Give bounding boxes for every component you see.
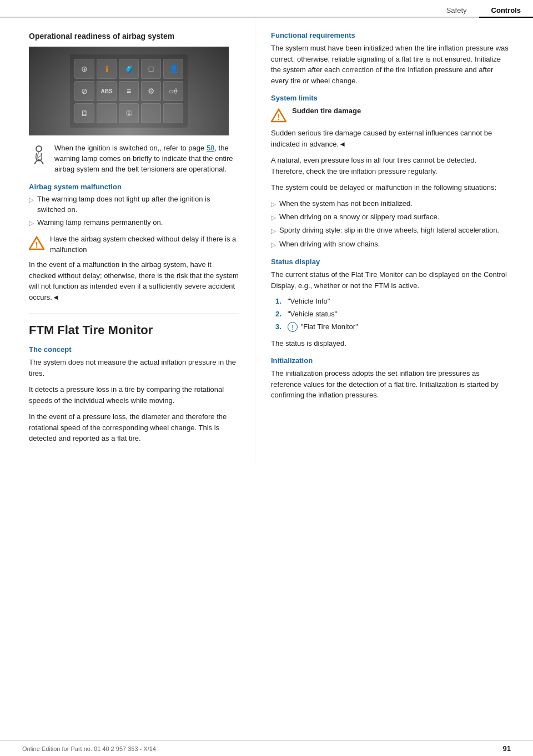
func-req-section: Functional requirements The system must …	[271, 31, 511, 86]
ftm-circle-icon: !	[288, 322, 298, 332]
svg-point-0	[36, 146, 42, 152]
initialization-section: Initialization The initialization proces…	[271, 356, 511, 401]
page-number: 91	[503, 744, 511, 753]
concept-p3: In the event of a pressure loss, the dia…	[29, 411, 239, 444]
dash-icon-1: ⊕	[74, 59, 94, 79]
dash-icon-12	[97, 103, 117, 123]
ignition-note: When the ignition is switched on,, refer…	[29, 143, 239, 175]
status-item-3: 3. ! "Flat Tire Monitor"	[275, 322, 511, 332]
dash-icon-8: ≡	[119, 81, 139, 101]
dash-icon-abs: ABS	[97, 81, 117, 101]
dash-icon-6: ⊘	[74, 81, 94, 101]
system-limits-bullets: ▷ When the system has not been initializ…	[271, 199, 511, 250]
bullet-arrow-2: ▷	[29, 219, 34, 228]
status-display-subtitle: Status display	[271, 258, 511, 266]
dashboard-inner: ⊕ ℹ 🧳 □ 👤 ⊘ ABS ≡ ⚙ ○# 🖥 ①	[29, 47, 229, 135]
malfunction-body: In the event of a malfunction in the air…	[29, 259, 239, 303]
dash-icons-grid: ⊕ ℹ 🧳 □ 👤 ⊘ ABS ≡ ⚙ ○# 🖥 ①	[70, 54, 188, 128]
operational-readiness-title: Operational readiness of airbag system	[29, 31, 239, 41]
status-display-section: Status display The current status of the…	[271, 258, 511, 349]
system-limits-subtitle: System limits	[271, 94, 511, 102]
concept-subtitle: The concept	[29, 345, 239, 354]
system-limits-body3: The system could be delayed or malfuncti…	[271, 182, 511, 193]
system-limits-warning-text: Sudden tire damage	[292, 107, 361, 115]
bullet-arrow-1: ▷	[29, 195, 34, 205]
sl-arrow-2: ▷	[271, 213, 276, 223]
func-req-subtitle: Functional requirements	[271, 31, 511, 39]
system-limits-bullet-2: ▷ When driving on a snowy or slippery ro…	[271, 212, 511, 223]
num-2: 2.	[275, 309, 284, 320]
status-display-body: The current status of the Flat Tire Moni…	[271, 269, 511, 291]
person-seatbelt-icon	[29, 144, 49, 164]
system-limits-section: System limits ! Sudden tire damage Sudde…	[271, 94, 511, 250]
num-1: 1.	[275, 296, 284, 307]
malfunction-bullet-2: ▷ Warning lamp remains permanently on.	[29, 218, 239, 228]
sl-arrow-3: ▷	[271, 226, 276, 236]
sl-arrow-4: ▷	[271, 240, 276, 250]
system-limits-body1: Sudden serious tire damage caused by ext…	[271, 128, 511, 149]
ignition-note-text: When the ignition is switched on,, refer…	[54, 143, 239, 175]
system-limits-bullet-1: ▷ When the system has not been initializ…	[271, 199, 511, 209]
system-limits-bullet-4: ▷ When driving with snow chains.	[271, 239, 511, 250]
header-tabs: Safety Controls	[0, 0, 533, 18]
ftm-section: FTM Flat Tire Monitor The concept The sy…	[29, 314, 239, 444]
dash-icon-2: ℹ	[97, 59, 117, 79]
dash-icon-13: ①	[119, 103, 139, 123]
dash-icon-15	[163, 103, 183, 123]
dash-icon-11: 🖥	[74, 103, 94, 123]
dash-icon-14	[141, 103, 161, 123]
page-58-link[interactable]: 58	[207, 144, 214, 152]
airbag-malfunction-subtitle: Airbag system malfunction	[29, 183, 239, 191]
ftm-title: FTM Flat Tire Monitor	[29, 314, 239, 337]
right-column: Functional requirements The system must …	[255, 18, 533, 463]
system-limits-warning-box: ! Sudden tire damage	[271, 107, 511, 123]
dashboard-image: ⊕ ℹ 🧳 □ 👤 ⊘ ABS ≡ ⚙ ○# 🖥 ①	[29, 47, 229, 135]
airbag-warning-text: Have the airbag system checked without d…	[50, 234, 239, 255]
operational-readiness-section: Operational readiness of airbag system ⊕…	[29, 31, 239, 303]
svg-text:!: !	[36, 240, 38, 249]
tab-controls[interactable]: Controls	[479, 4, 533, 18]
dash-icon-10: ○#	[163, 81, 183, 101]
malfunction-bullet-list: ▷ The warning lamp does not light up aft…	[29, 194, 239, 229]
system-limits-warning-icon: !	[271, 108, 286, 123]
dash-icon-4: □	[141, 59, 161, 79]
system-limits-body2: A natural, even pressure loss in all fou…	[271, 155, 511, 177]
initialization-body: The initialization process adopts the se…	[271, 368, 511, 401]
system-limits-bullet-3: ▷ Sporty driving style: slip in the driv…	[271, 225, 511, 236]
dash-icon-3: 🧳	[119, 59, 139, 79]
dash-icon-9: ⚙	[141, 81, 161, 101]
concept-p1: The system does not measure the actual i…	[29, 357, 239, 379]
malfunction-bullet-1: ▷ The warning lamp does not light up aft…	[29, 194, 239, 215]
svg-text:!: !	[278, 113, 280, 122]
status-item-2: 2. "Vehicle status"	[275, 309, 511, 320]
airbag-warning-box: ! Have the airbag system checked without…	[29, 234, 239, 255]
sl-arrow-1: ▷	[271, 200, 276, 209]
tab-safety[interactable]: Safety	[434, 4, 479, 18]
func-req-body: The system must have been initialized wh…	[271, 43, 511, 86]
footer: Online Edition for Part no. 01 40 2 957 …	[0, 740, 533, 756]
status-numbered-list: 1. "Vehicle Info" 2. "Vehicle status" 3.…	[275, 296, 511, 332]
concept-p2: It detects a pressure loss in a tire by …	[29, 384, 239, 406]
status-note: The status is displayed.	[271, 338, 511, 349]
main-content: Operational readiness of airbag system ⊕…	[0, 18, 533, 463]
status-item-1: 1. "Vehicle Info"	[275, 296, 511, 307]
footer-edition-text: Online Edition for Part no. 01 40 2 957 …	[22, 745, 156, 752]
left-column: Operational readiness of airbag system ⊕…	[0, 18, 255, 463]
num-3: 3.	[275, 322, 284, 332]
dash-icon-5: 👤	[163, 59, 183, 79]
initialization-subtitle: Initialization	[271, 356, 511, 365]
warning-triangle-icon: !	[29, 235, 44, 251]
